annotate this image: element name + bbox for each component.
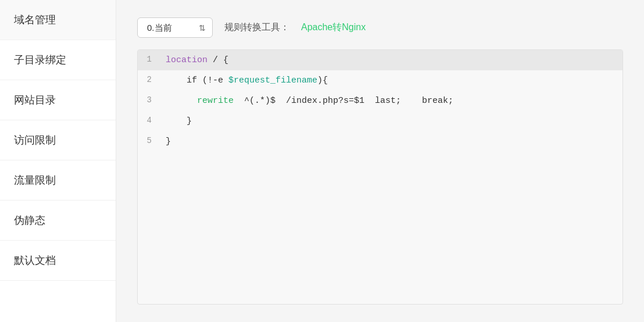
sidebar-item-site-dir[interactable]: 网站目录 bbox=[0, 80, 116, 120]
sidebar-item-domain-mgmt[interactable]: 域名管理 bbox=[0, 0, 116, 40]
sidebar-item-traffic-limit[interactable]: 流量限制 bbox=[0, 160, 116, 201]
table-row: 1location / { bbox=[138, 50, 622, 70]
code-container: 1location / {2 if (!-e $request_filename… bbox=[137, 49, 623, 305]
code-segment: / { bbox=[207, 55, 228, 65]
sidebar: 域名管理子目录绑定网站目录访问限制流量限制伪静态默认文档 bbox=[0, 0, 116, 322]
table-row: 3 rewrite ^(.*)$ /index.php?s=$1 last; b… bbox=[138, 91, 622, 111]
toolbar-row: 0.当前1.备份12.备份2 ⇅ 规则转换工具： Apache转Nginx bbox=[137, 17, 623, 38]
code-segment: $request_filename bbox=[228, 76, 317, 85]
table-row: 2 if (!-e $request_filename){ bbox=[138, 70, 622, 91]
code-segment: ){ bbox=[317, 76, 328, 85]
line-number: 4 bbox=[138, 111, 161, 131]
code-segment: ^(.*)$ /index.php?s=$1 last; break; bbox=[234, 96, 453, 106]
version-select[interactable]: 0.当前1.备份12.备份2 bbox=[137, 17, 213, 38]
line-code: } bbox=[161, 111, 622, 131]
main-content: 0.当前1.备份12.备份2 ⇅ 规则转换工具： Apache转Nginx 1l… bbox=[116, 0, 644, 322]
line-number: 5 bbox=[138, 131, 161, 152]
line-code: location / { bbox=[161, 50, 622, 70]
line-code: rewrite ^(.*)$ /index.php?s=$1 last; bre… bbox=[161, 91, 622, 111]
code-segment: } bbox=[166, 137, 171, 146]
code-table: 1location / {2 if (!-e $request_filename… bbox=[138, 50, 622, 152]
version-select-wrapper[interactable]: 0.当前1.备份12.备份2 ⇅ bbox=[137, 17, 213, 38]
code-segment: location bbox=[166, 55, 207, 65]
code-segment: } bbox=[166, 116, 192, 126]
line-number: 2 bbox=[138, 70, 161, 91]
rule-convert-label: 规则转换工具： bbox=[224, 22, 289, 34]
line-code: if (!-e $request_filename){ bbox=[161, 70, 622, 91]
sidebar-item-access-limit[interactable]: 访问限制 bbox=[0, 120, 116, 160]
rule-convert-link[interactable]: Apache转Nginx bbox=[301, 22, 366, 34]
table-row: 5} bbox=[138, 131, 622, 152]
line-code: } bbox=[161, 131, 622, 152]
table-row: 4 } bbox=[138, 111, 622, 131]
line-number: 3 bbox=[138, 91, 161, 111]
code-segment: if (!-e bbox=[166, 76, 228, 85]
sidebar-item-pseudo-static[interactable]: 伪静态 bbox=[0, 201, 116, 241]
sidebar-item-default-doc[interactable]: 默认文档 bbox=[0, 241, 116, 281]
sidebar-item-subdir-bind[interactable]: 子目录绑定 bbox=[0, 40, 116, 80]
code-segment: rewrite bbox=[166, 96, 234, 106]
line-number: 1 bbox=[138, 50, 161, 70]
